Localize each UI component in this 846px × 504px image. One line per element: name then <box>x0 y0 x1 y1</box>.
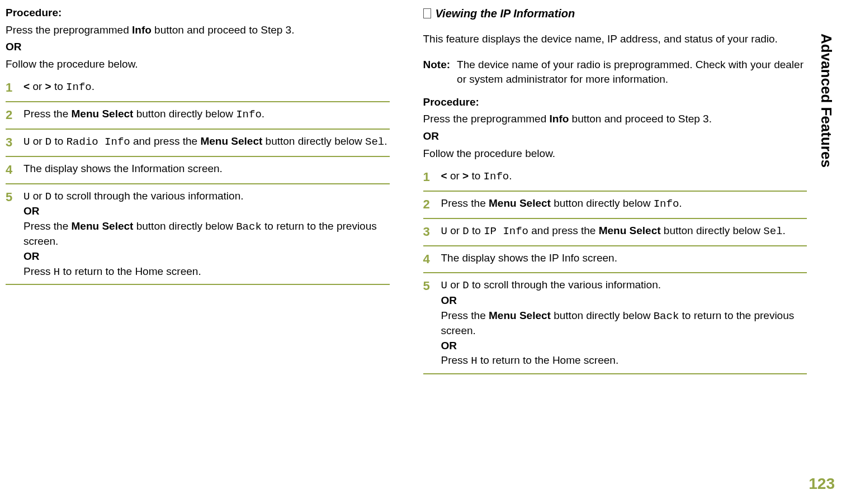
info-button-ref: Info <box>550 113 569 125</box>
text: to scroll through the various informatio… <box>469 279 661 291</box>
step-3: 3 U or D to Radio Info and press the Men… <box>6 130 390 157</box>
intro-line-1: Press the preprogrammed Info button and … <box>423 112 807 127</box>
key-left: < <box>441 170 447 182</box>
or-label: OR <box>423 129 807 144</box>
side-section-label: Advanced Features <box>817 34 835 168</box>
text: or <box>447 225 462 236</box>
section-intro: This feature displays the device name, I… <box>423 32 807 47</box>
key-home: H <box>471 355 477 367</box>
step-number: 4 <box>423 251 433 268</box>
text: and press the <box>528 225 599 236</box>
menu-radio-info: Radio Info <box>67 136 130 148</box>
menu-back: Back <box>236 221 262 233</box>
step-4: 4 The display shows the Information scre… <box>6 157 390 184</box>
step-number: 4 <box>6 161 16 179</box>
text: or <box>30 80 45 92</box>
menu-info: Info <box>236 108 262 121</box>
text: Press the preprogrammed <box>423 113 550 125</box>
text: . <box>783 225 786 236</box>
step-3: 3 U or D to IP Info and press the Menu S… <box>423 219 807 246</box>
or-label: OR <box>23 250 40 262</box>
step-number: 1 <box>423 169 433 186</box>
text: . <box>679 197 682 209</box>
key-down: D <box>45 191 51 203</box>
info-button-ref: Info <box>132 24 152 36</box>
step-1: 1 < or > to Info. <box>6 75 390 102</box>
text: Press <box>23 265 54 277</box>
text: Press the <box>23 220 72 232</box>
menu-select-ref: Menu Select <box>200 135 262 147</box>
step-5: 5 U or D to scroll through the various i… <box>6 184 390 286</box>
text: . <box>262 108 264 120</box>
procedure-label: Procedure: <box>6 6 390 21</box>
procedure-label: Procedure: <box>423 95 807 110</box>
step-number: 1 <box>6 79 16 97</box>
or-label: OR <box>23 205 40 217</box>
right-steps: 1 < or > to Info. 2 Press the Menu Selec… <box>423 164 807 374</box>
text: button and proceed to Step 3. <box>152 24 295 36</box>
key-up: U <box>23 136 30 148</box>
text: to return to the Home screen. <box>478 354 618 366</box>
text: . <box>92 80 94 92</box>
note: Note: The device name of your radio is p… <box>423 58 807 87</box>
menu-back: Back <box>654 310 679 322</box>
step-number: 2 <box>423 196 433 213</box>
note-label: Note: <box>423 58 451 87</box>
step-number: 5 <box>423 278 433 295</box>
or-label: OR <box>6 40 390 55</box>
text: button directly below <box>133 108 236 120</box>
intro-line-2: Follow the procedure below. <box>423 146 807 161</box>
text: button directly below <box>551 310 654 321</box>
step-body: U or D to IP Info and press the Menu Sel… <box>441 224 807 239</box>
step-body: Press the Menu Select button directly be… <box>23 107 390 122</box>
right-procedure-intro: Procedure: Press the preprogrammed Info … <box>423 95 807 161</box>
text: to return to the Home screen. <box>60 265 201 277</box>
text: to <box>51 80 66 92</box>
intro-line-2: Follow the procedure below. <box>6 57 390 72</box>
text: button directly below <box>133 220 236 232</box>
step-2: 2 Press the Menu Select button directly … <box>6 102 390 130</box>
step-number: 2 <box>6 107 16 124</box>
step-body: < or > to Info. <box>23 79 390 95</box>
menu-select-ref: Menu Select <box>72 220 134 232</box>
text: to <box>469 225 484 236</box>
text: . <box>384 135 387 147</box>
step-number: 3 <box>6 134 16 151</box>
step-1: 1 < or > to Info. <box>423 164 807 192</box>
or-label: OR <box>441 294 457 306</box>
menu-info: Info <box>654 198 679 210</box>
step-body: < or > to Info. <box>441 169 807 184</box>
menu-select-ref: Menu Select <box>489 197 551 209</box>
text: to <box>51 135 66 147</box>
text: or <box>447 279 462 291</box>
key-up: U <box>441 279 447 292</box>
step-body: The display shows the Information screen… <box>23 161 390 177</box>
step-body: U or D to scroll through the various inf… <box>441 278 807 369</box>
text: button and proceed to Step 3. <box>569 113 712 125</box>
step-number: 5 <box>6 189 16 206</box>
text: . <box>509 170 512 182</box>
step-4: 4 The display shows the IP Info screen. <box>423 246 807 274</box>
key-right: > <box>45 80 51 92</box>
text: button directly below <box>551 197 654 209</box>
right-column: Viewing the IP Information This feature … <box>423 6 807 498</box>
page: Procedure: Press the preprogrammed Info … <box>0 0 846 504</box>
step-body: Press the Menu Select button directly be… <box>441 196 807 212</box>
text: or <box>447 170 462 182</box>
page-number: 123 <box>809 475 835 493</box>
key-down: D <box>462 279 469 292</box>
key-down: D <box>462 225 469 237</box>
step-body: U or D to Radio Info and press the Menu … <box>23 134 390 150</box>
menu-info: Info <box>484 170 509 183</box>
text: Press <box>441 354 471 366</box>
step-body: U or D to scroll through the various inf… <box>23 189 390 280</box>
or-label: OR <box>441 340 457 351</box>
text: button directly below <box>661 225 764 236</box>
intro-line-1: Press the preprogrammed Info button and … <box>6 23 390 38</box>
key-home: H <box>54 266 60 278</box>
step-number: 3 <box>423 224 433 241</box>
step-5: 5 U or D to scroll through the various i… <box>423 273 807 374</box>
key-up: U <box>23 191 30 203</box>
text: Press the preprogrammed <box>6 24 132 36</box>
document-icon <box>423 8 431 18</box>
